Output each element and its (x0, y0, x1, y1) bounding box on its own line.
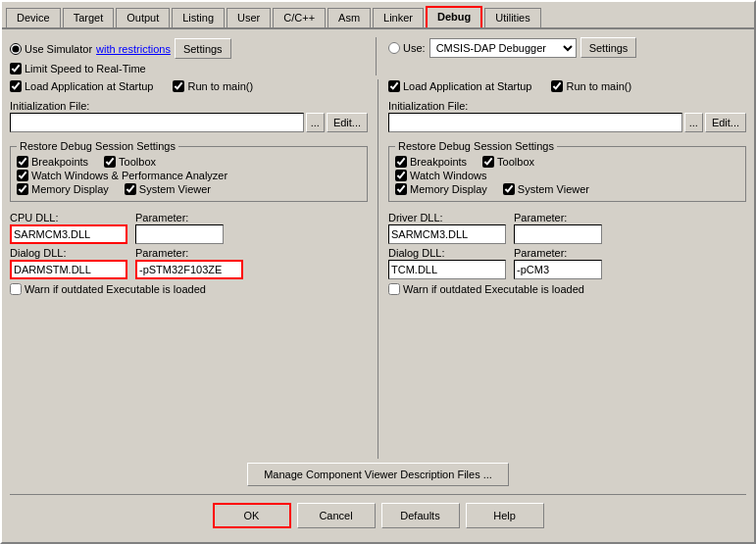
right-load-app-label[interactable]: Load Application at Startup (388, 80, 531, 92)
left-watch-windows-label[interactable]: Watch Windows & Performance Analyzer (17, 170, 227, 181)
right-toolbox-checkbox[interactable] (482, 156, 494, 168)
right-driver-dll-col: Driver DLL: (388, 212, 506, 244)
use-debugger-radio[interactable] (388, 42, 400, 54)
left-warn-label[interactable]: Warn if outdated Executable is loaded (10, 283, 206, 295)
left-run-to-main-label[interactable]: Run to main() (173, 80, 253, 92)
cancel-button[interactable]: Cancel (297, 503, 376, 528)
left-toolbox-checkbox[interactable] (104, 156, 116, 168)
left-memory-display-label[interactable]: Memory Display (17, 183, 109, 195)
action-row: OK Cancel Defaults Help (10, 503, 746, 528)
left-load-app-checkbox[interactable] (10, 80, 22, 92)
debugger-select[interactable]: CMSIS-DAP Debugger (429, 38, 577, 58)
right-load-app-checkbox[interactable] (388, 80, 400, 92)
tab-linker[interactable]: Linker (373, 8, 424, 27)
right-breakpoints-checkbox[interactable] (395, 156, 407, 168)
left-warn-row: Warn if outdated Executable is loaded (10, 283, 368, 295)
content-area: Use Simulator with restrictions Settings… (2, 29, 754, 542)
right-toolbox-label[interactable]: Toolbox (482, 156, 534, 168)
left-warn-checkbox[interactable] (10, 283, 22, 295)
right-restore-row1: Breakpoints Toolbox (395, 156, 739, 168)
left-watch-windows-checkbox[interactable] (17, 170, 28, 181)
tab-listing[interactable]: Listing (172, 8, 225, 27)
left-init-dots-button[interactable]: ... (306, 113, 325, 132)
left-dialog-dll-input[interactable] (10, 260, 127, 279)
right-breakpoints-label[interactable]: Breakpoints (395, 156, 467, 168)
left-run-to-main-checkbox[interactable] (173, 80, 184, 92)
left-dialog-param-col: Parameter: (135, 247, 243, 279)
with-restrictions-link[interactable]: with restrictions (96, 43, 171, 55)
left-memory-display-checkbox[interactable] (17, 183, 28, 195)
simulator-settings-button[interactable]: Settings (175, 38, 231, 59)
right-watch-windows-label[interactable]: Watch Windows (395, 170, 486, 181)
left-cpu-dll-col: CPU DLL: (10, 212, 127, 244)
left-dialog-param-input[interactable] (135, 260, 243, 279)
use-debugger-radio-label[interactable]: Use: (388, 42, 426, 54)
right-dialog-dll-input[interactable] (388, 260, 506, 279)
limit-speed-row: Limit Speed to Real-Time (10, 62, 368, 75)
right-init-dots-button[interactable]: ... (684, 113, 703, 132)
right-memory-display-label[interactable]: Memory Display (395, 183, 487, 195)
right-run-to-main-checkbox[interactable] (551, 80, 563, 92)
bottom-separator (10, 494, 746, 495)
tab-cpp[interactable]: C/C++ (273, 8, 326, 27)
tab-target[interactable]: Target (63, 8, 115, 27)
ok-button[interactable]: OK (213, 503, 291, 528)
right-driver-dll-label: Driver DLL: (388, 212, 506, 223)
left-init-label: Initialization File: (10, 100, 368, 112)
manage-button[interactable]: Manage Component Viewer Description File… (247, 463, 509, 486)
top-section: Use Simulator with restrictions Settings… (10, 37, 746, 75)
right-driver-param-col: Parameter: (514, 212, 602, 244)
left-breakpoints-checkbox[interactable] (17, 156, 28, 168)
right-restore-row3: Memory Display System Viewer (395, 183, 739, 195)
tab-output[interactable]: Output (116, 8, 170, 27)
right-run-to-main-label[interactable]: Run to main() (551, 80, 631, 92)
right-driver-param-input[interactable] (514, 224, 602, 244)
left-init-edit-button[interactable]: Edit... (327, 113, 368, 132)
left-system-viewer-label[interactable]: System Viewer (125, 183, 211, 195)
right-init-section: Initialization File: ... Edit... (388, 100, 746, 132)
left-restore-row2: Watch Windows & Performance Analyzer (17, 170, 361, 181)
tab-utilities[interactable]: Utilities (484, 8, 540, 27)
right-init-row: ... Edit... (388, 113, 746, 132)
left-toolbox-label[interactable]: Toolbox (104, 156, 156, 168)
left-cpu-dll-input[interactable] (10, 224, 127, 244)
tab-device[interactable]: Device (6, 8, 61, 27)
left-init-row: ... Edit... (10, 113, 368, 132)
left-cpu-dll-label: CPU DLL: (10, 212, 127, 223)
tab-debug[interactable]: Debug (426, 6, 482, 27)
left-init-input[interactable] (10, 113, 304, 132)
right-watch-windows-checkbox[interactable] (395, 170, 407, 181)
limit-speed-checkbox[interactable] (10, 63, 22, 74)
right-init-input[interactable] (388, 113, 682, 132)
right-init-label: Initialization File: (388, 100, 746, 112)
right-driver-dll-input[interactable] (388, 224, 506, 244)
use-simulator-radio[interactable] (10, 43, 22, 55)
limit-speed-check-label[interactable]: Limit Speed to Real-Time (10, 63, 146, 74)
help-button[interactable]: Help (466, 503, 544, 528)
right-driver-dll-row: Driver DLL: Parameter: (388, 212, 746, 244)
use-simulator-radio-label[interactable]: Use Simulator (10, 43, 92, 55)
tab-bar: Device Target Output Listing User C/C++ … (2, 2, 754, 29)
right-system-viewer-checkbox[interactable] (503, 183, 515, 195)
left-load-app-label[interactable]: Load Application at Startup (10, 80, 153, 92)
right-init-edit-button[interactable]: Edit... (705, 113, 746, 132)
right-dialog-param-col: Parameter: (514, 247, 602, 279)
left-breakpoints-label[interactable]: Breakpoints (17, 156, 88, 168)
right-dialog-param-label: Parameter: (514, 247, 602, 259)
right-warn-checkbox[interactable] (388, 283, 400, 295)
left-system-viewer-checkbox[interactable] (125, 183, 136, 195)
left-top-section: Use Simulator with restrictions Settings… (10, 37, 377, 75)
left-column: Load Application at Startup Run to main(… (10, 79, 368, 459)
tab-user[interactable]: User (227, 8, 271, 27)
left-load-app-row: Load Application at Startup Run to main(… (10, 79, 368, 93)
right-warn-label[interactable]: Warn if outdated Executable is loaded (388, 283, 584, 295)
right-memory-display-checkbox[interactable] (395, 183, 407, 195)
left-cpu-param-input[interactable] (135, 224, 224, 244)
debugger-settings-button[interactable]: Settings (580, 37, 637, 58)
right-system-viewer-label[interactable]: System Viewer (503, 183, 589, 195)
right-dialog-dll-row: Dialog DLL: Parameter: (388, 247, 746, 279)
tab-asm[interactable]: Asm (328, 8, 371, 27)
defaults-button[interactable]: Defaults (381, 503, 460, 528)
right-dialog-param-input[interactable] (514, 260, 602, 279)
main-two-col: Load Application at Startup Run to main(… (10, 79, 746, 459)
